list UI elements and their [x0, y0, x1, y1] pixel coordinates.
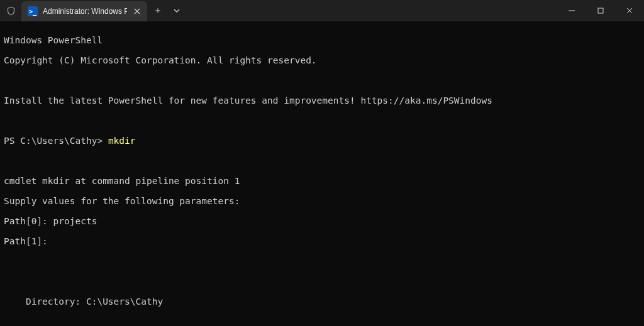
text-line: Install the latest PowerShell for new fe… [4, 95, 492, 106]
titlebar-drag-region[interactable] [185, 0, 557, 21]
powershell-icon: >_ [28, 6, 38, 16]
text-line: Directory: C:\Users\Cathy [4, 296, 163, 307]
prompt: PS C:\Users\Cathy> [4, 136, 108, 146]
minimize-button[interactable] [557, 0, 586, 21]
maximize-button[interactable] [586, 0, 615, 21]
terminal-output[interactable]: Windows PowerShell Copyright (C) Microso… [0, 21, 644, 326]
tab-powershell[interactable]: >_ Administrator: Windows Powe [21, 1, 147, 21]
text-line: Copyright (C) Microsoft Corporation. All… [4, 55, 317, 65]
command: mkdir [108, 136, 136, 146]
close-button[interactable] [615, 0, 644, 21]
admin-shield-icon [0, 0, 21, 21]
text-line: Path[0]: projects [4, 216, 97, 226]
new-tab-button[interactable]: ＋ [147, 0, 169, 21]
tab-title: Administrator: Windows Powe [43, 7, 127, 16]
title-bar: >_ Administrator: Windows Powe ＋ [0, 0, 644, 21]
tab-close-button[interactable] [132, 6, 142, 16]
text-line: Supply values for the following paramete… [4, 196, 240, 206]
svg-rect-3 [598, 8, 603, 13]
text-line: Windows PowerShell [4, 35, 103, 45]
text-line: Path[1]: [4, 236, 48, 246]
text-line: cmdlet mkdir at command pipeline positio… [4, 176, 240, 186]
tab-dropdown-button[interactable] [169, 0, 185, 21]
